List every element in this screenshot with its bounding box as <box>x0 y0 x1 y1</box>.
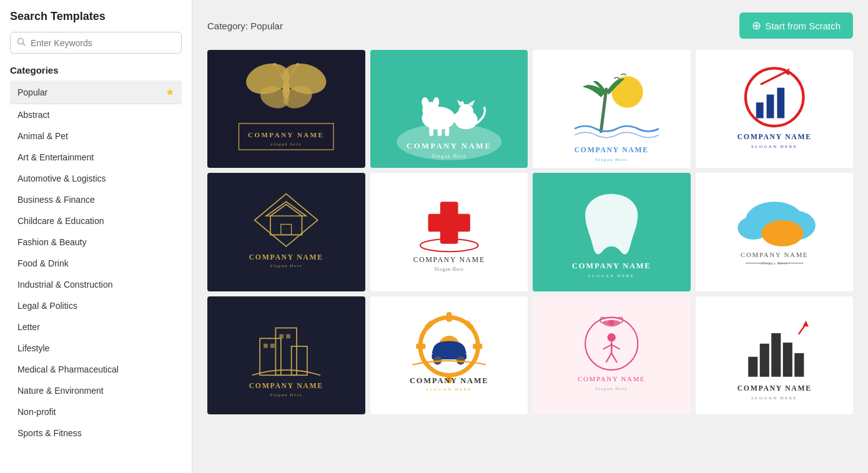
svg-text:COMPANY NAME: COMPANY NAME <box>248 131 324 139</box>
sidebar-item-food-drink[interactable]: Food & Drink <box>10 253 182 274</box>
svg-rect-86 <box>748 357 757 377</box>
svg-rect-88 <box>771 333 781 377</box>
template-card-4[interactable]: COMPANY NAME SLOGAN HERE <box>696 50 854 168</box>
svg-text:SLOGAN HERE: SLOGAN HERE <box>426 387 472 391</box>
sidebar-item-medical-pharmaceutical[interactable]: Medical & Pharmaceutical <box>10 359 182 380</box>
sidebar-item-label: Food & Drink <box>17 258 69 268</box>
sidebar: Search Templates Categories Popular★Abst… <box>0 0 192 473</box>
svg-text:Slogan Here: Slogan Here <box>270 264 302 268</box>
svg-text:SLOGAN HERE: SLOGAN HERE <box>751 396 797 400</box>
svg-line-1 <box>23 44 26 46</box>
sidebar-item-popular[interactable]: Popular★ <box>10 80 182 104</box>
svg-rect-70 <box>446 312 451 321</box>
sidebar-item-childcare-education[interactable]: Childcare & Education <box>10 210 182 232</box>
sidebar-item-label: Sports & Fitness <box>17 428 82 438</box>
template-card-5[interactable]: COMPANY NAME Slogan Here <box>207 173 365 291</box>
template-card-12[interactable]: COMPANY NAME SLOGAN HERE <box>696 296 854 414</box>
sidebar-item-abstract[interactable]: Abstract <box>10 104 182 125</box>
svg-rect-64 <box>279 334 284 338</box>
template-card-1[interactable]: COMPANY NAME slogan here <box>207 50 365 168</box>
sidebar-title: Search Templates <box>10 10 182 23</box>
svg-point-82 <box>609 320 614 325</box>
plus-icon: ⊕ <box>752 19 761 32</box>
svg-text:SLOGAN HERE: SLOGAN HERE <box>751 144 797 149</box>
category-prefix: Category <box>207 21 245 31</box>
sidebar-item-label: Legal & Politics <box>17 301 77 311</box>
svg-text:COMPANY NAME: COMPANY NAME <box>410 376 488 385</box>
sidebar-item-label: Childcare & Education <box>17 216 104 226</box>
template-card-3[interactable]: COMPANY NAME Slogan Here <box>533 50 691 168</box>
svg-point-6 <box>282 80 290 99</box>
sidebar-item-label: Industrial & Construction <box>17 280 113 290</box>
svg-point-54 <box>761 220 803 246</box>
search-input[interactable] <box>31 38 175 48</box>
svg-rect-73 <box>473 344 482 349</box>
logo-grid: COMPANY NAME slogan here <box>207 50 853 414</box>
start-from-scratch-button[interactable]: ⊕ Start from Scratch <box>739 12 853 39</box>
svg-rect-34 <box>766 95 774 119</box>
sidebar-item-label: Lifestyle <box>17 343 49 353</box>
sidebar-item-industrial-construction[interactable]: Industrial & Construction <box>10 274 182 295</box>
sidebar-item-automotive-logistics[interactable]: Automotive & Logistics <box>10 168 182 189</box>
sidebar-item-business-finance[interactable]: Business & Finance <box>10 189 182 210</box>
categories-title: Categories <box>10 65 182 76</box>
svg-rect-35 <box>777 88 784 119</box>
svg-rect-72 <box>416 344 425 349</box>
svg-text:COMPANY NAME: COMPANY NAME <box>575 146 649 154</box>
start-button-label: Start from Scratch <box>765 21 841 31</box>
template-card-6[interactable]: COMPANY NAME Slogan Here <box>370 173 528 291</box>
svg-text:COMPANY NAME: COMPANY NAME <box>737 133 811 141</box>
svg-rect-21 <box>445 127 449 136</box>
svg-marker-91 <box>802 320 808 326</box>
sidebar-item-sports-fitness[interactable]: Sports & Fitness <box>10 422 182 444</box>
svg-rect-41 <box>281 225 292 235</box>
svg-rect-19 <box>429 127 433 136</box>
svg-rect-90 <box>794 353 804 377</box>
main-content: Category: Popular ⊕ Start from Scratch <box>192 0 868 473</box>
svg-text:Slogan Here: Slogan Here <box>432 154 466 159</box>
svg-rect-45 <box>428 214 470 232</box>
svg-rect-20 <box>437 127 441 136</box>
sidebar-item-label: Abstract <box>17 110 49 120</box>
template-card-2[interactable]: COMPANY NAME Slogan Here <box>370 50 528 168</box>
template-card-9[interactable]: COMPANY NAME Slogan Here <box>207 296 365 414</box>
popular-star-icon: ★ <box>165 86 174 98</box>
template-card-8[interactable]: COMPANY NAME Slogan Here <box>696 173 854 291</box>
svg-text:COMPANY NAME: COMPANY NAME <box>249 382 323 390</box>
search-icon <box>17 37 26 48</box>
sidebar-item-animal-pet[interactable]: Animal & Pet <box>10 125 182 147</box>
svg-text:Slogan Here: Slogan Here <box>270 393 302 397</box>
sidebar-item-lifestyle[interactable]: Lifestyle <box>10 338 182 359</box>
template-card-7[interactable]: COMPANY NAME SLOGAN HERE <box>533 173 691 291</box>
svg-rect-87 <box>759 344 769 377</box>
svg-text:COMPANY NAME: COMPANY NAME <box>249 253 323 261</box>
sidebar-item-label: Automotive & Logistics <box>17 173 106 183</box>
category-list: Popular★AbstractAnimal & PetArt & Entert… <box>10 80 182 444</box>
svg-text:slogan here: slogan here <box>270 142 302 146</box>
svg-point-23 <box>458 104 473 119</box>
svg-point-10 <box>296 63 299 66</box>
sidebar-item-letter[interactable]: Letter <box>10 316 182 338</box>
svg-text:COMPANY NAME: COMPANY NAME <box>407 142 491 150</box>
svg-text:COMPANY NAME: COMPANY NAME <box>741 251 808 258</box>
svg-point-9 <box>273 63 276 66</box>
sidebar-item-legal-politics[interactable]: Legal & Politics <box>10 295 182 316</box>
sidebar-item-label: Letter <box>17 322 40 332</box>
svg-text:SLOGAN HERE: SLOGAN HERE <box>588 273 634 278</box>
main-header: Category: Popular ⊕ Start from Scratch <box>207 12 853 39</box>
sidebar-item-label: Business & Finance <box>17 195 95 205</box>
sidebar-item-nature-environment[interactable]: Nature & Environment <box>10 380 182 401</box>
sidebar-item-non-profit[interactable]: Non-profit <box>10 401 182 422</box>
svg-rect-89 <box>782 343 792 377</box>
svg-text:COMPANY NAME: COMPANY NAME <box>578 375 645 383</box>
category-label: Category: Popular <box>207 21 283 31</box>
sidebar-item-label: Art & Entertainment <box>17 152 94 162</box>
svg-text:COMPANY NAME: COMPANY NAME <box>737 384 811 393</box>
template-card-10[interactable]: COMPANY NAME SLOGAN HERE <box>370 296 528 414</box>
sidebar-item-art-entertainment[interactable]: Art & Entertainment <box>10 147 182 168</box>
template-card-11[interactable]: COMPANY NAME Slogan Here <box>533 296 691 414</box>
svg-rect-33 <box>756 102 763 118</box>
sidebar-item-fashion-beauty[interactable]: Fashion & Beauty <box>10 232 182 253</box>
search-box[interactable] <box>10 32 182 54</box>
svg-text:Slogan Here: Slogan Here <box>595 157 628 162</box>
